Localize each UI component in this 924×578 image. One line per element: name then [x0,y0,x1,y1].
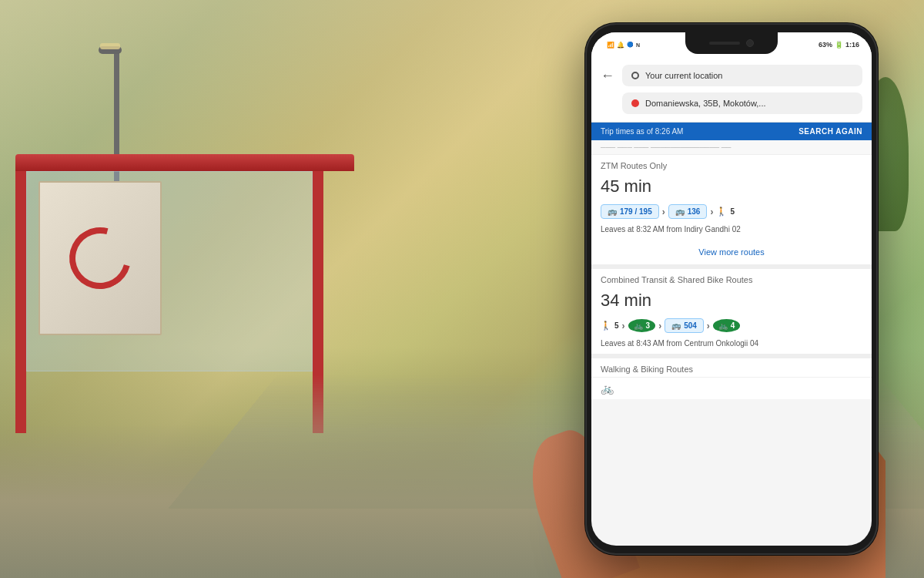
signal-icon: 📶 [607,42,614,49]
blurred-content: ─── ─── ─── ────────────── ── [601,143,731,151]
arrow-2: › [710,207,713,217]
arrow-1: › [662,207,665,217]
origin-text: Your current location [645,71,723,80]
destination-row: Domaniewska, 35B, Mokotów,... [622,92,862,114]
time: 1:16 [845,41,859,49]
search-again-button[interactable]: SEARCH AGAIN [798,127,862,136]
ztm-section-header: ZTM Routes Only [591,155,872,173]
bus-icon-2: 🚌 [675,207,685,216]
walk-icon-1: 🚶 [716,207,727,217]
ztm-route-duration: 45 min [591,173,872,201]
walk-num-2: 5 [614,321,619,330]
bus-shelter-post-left [15,171,26,433]
bike-num-2: 4 [731,321,735,330]
bus-number-136: 136 [688,207,701,216]
bike-partial-icon: 🚲 [601,382,614,395]
combined-route-stops: 🚶 5 › 🚲 3 › 🚌 504 › 🚲 4 [591,315,872,336]
destination-text: Domaniewska, 35B, Mokotów,... [645,99,766,108]
walking-biking-header: Walking & Biking Routes [591,358,872,377]
back-button[interactable]: ← [601,68,616,84]
bus-shelter-ad [38,181,162,335]
destination-field[interactable]: Domaniewska, 35B, Mokotów,... [622,92,862,114]
bus-pill-504: 🚌 504 [665,318,704,333]
bus-pill-179-195: 🚌 179 / 195 [601,204,659,219]
combined-departure-info: Leaves at 8:43 AM from Centrum Onkologii… [591,336,872,354]
battery-icon: 🔋 [835,41,843,49]
bt-icon: 🔵 [627,42,634,48]
arrow-4: › [658,321,661,331]
arrow-3: › [622,321,625,331]
camera [746,39,754,47]
bike-num-1: 3 [646,321,651,330]
ztm-departure-info: Leaves at 8:32 AM from Indiry Gandhi 02 [591,222,872,240]
origin-dot-icon [631,72,639,79]
blurred-top-row: ─── ─── ─── ────────────── ── [591,140,872,155]
trip-times-bar: Trip times as of 8:26 AM SEARCH AGAIN [591,123,872,140]
app-header: ← Your current location Domaniewska, 35B… [591,57,872,123]
phone-screen: 📶 🔔 🔵 N 63% 🔋 1:16 ← [591,32,872,546]
status-left-icons: 📶 🔔 🔵 N [607,42,640,49]
bus-number-179-195: 179 / 195 [620,207,652,216]
walk-icon-2: 🚶 [601,321,611,331]
battery-percent: 63% [819,41,832,49]
bus-shelter-roof [15,154,354,171]
bike-pill-1: 🚲 3 [628,319,656,332]
status-right: 63% 🔋 1:16 [819,41,859,49]
nfc-icon: N [636,42,640,48]
trip-times-label: Trip times as of 8:26 AM [601,127,683,136]
walking-biking-partial: 🚲 [591,377,872,399]
origin-field[interactable]: Your current location [622,65,862,86]
bike-icon-2: 🚲 [718,321,728,330]
walk-num-1: 5 [730,207,735,216]
street-lamp-light [100,43,120,49]
ztm-routes-section: ZTM Routes Only 45 min 🚌 179 / 195 › 🚌 1… [591,155,872,264]
destination-dot-icon [631,99,639,107]
bus-icon-1: 🚌 [608,207,617,216]
combined-routes-section: Combined Transit & Shared Bike Routes 34… [591,269,872,354]
combined-route-duration: 34 min [591,287,872,315]
wifi-icon: 🔔 [617,42,624,49]
combined-section-header: Combined Transit & Shared Bike Routes [591,269,872,287]
bus-pill-136: 🚌 136 [668,204,708,219]
arrow-5: › [707,321,710,331]
bus-icon-3: 🚌 [671,321,681,330]
view-more-container: View more routes [591,240,872,264]
bus-number-504: 504 [684,321,697,330]
ztm-route-stops: 🚌 179 / 195 › 🚌 136 › 🚶 5 [591,201,872,222]
walking-biking-section: Walking & Biking Routes 🚲 [591,358,872,399]
speaker [709,42,740,45]
phone: 📶 🔔 🔵 N 63% 🔋 1:16 ← [585,23,878,555]
phone-notch [685,32,778,54]
view-more-routes-button[interactable]: View more routes [698,247,764,257]
bike-pill-2: 🚲 4 [713,319,741,332]
bike-icon-1: 🚲 [634,321,643,330]
phone-body: 📶 🔔 🔵 N 63% 🔋 1:16 ← [585,23,878,555]
origin-row: ← Your current location [601,65,862,86]
